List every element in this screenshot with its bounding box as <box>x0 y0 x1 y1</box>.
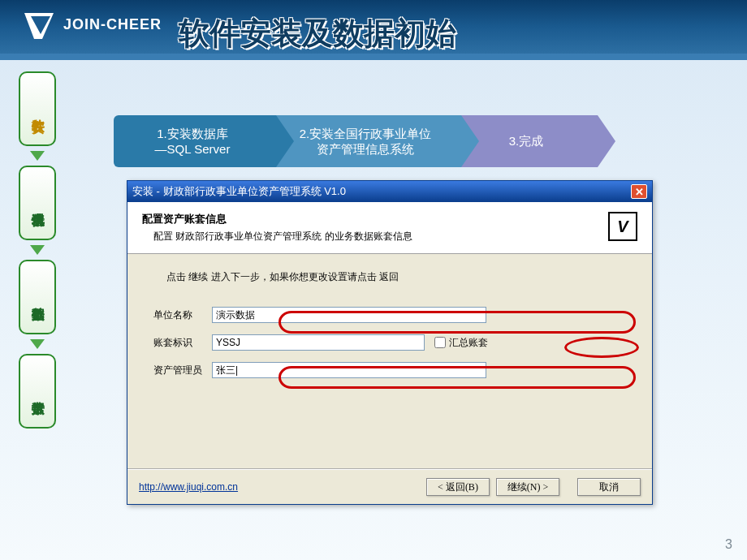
step-2-line2: 资产管理信息系统 <box>294 141 437 157</box>
header: JOIN-CHEER 软件安装及数据初始 <box>0 0 747 60</box>
brand-text: JOIN-CHEER <box>63 16 162 33</box>
step-2-line1: 2.安装全国行政事业单位 <box>294 126 437 142</box>
step-1-line2: —SQL Server <box>133 141 252 157</box>
window-title-text: 安装 - 财政部行政事业单位资产管理系统 V1.0 <box>132 184 346 199</box>
close-button[interactable]: ✕ <box>631 184 647 199</box>
close-icon: ✕ <box>635 186 644 198</box>
sidebar-item-install[interactable]: 软件安装 <box>19 71 56 146</box>
window-titlebar[interactable]: 安装 - 财政部行政事业单位资产管理系统 V1.0 ✕ <box>127 181 652 202</box>
section-subtitle: 配置 财政部行政事业单位资产管理系统 的业务数据账套信息 <box>142 230 412 243</box>
arrow-down-icon <box>30 339 45 349</box>
step-1-line1: 1.安装数据库 <box>133 126 252 142</box>
asset-admin-label: 资产管理员 <box>153 364 212 377</box>
sidebar-item-carddata[interactable]: 卡片数据 <box>19 354 56 429</box>
org-name-input[interactable] <box>212 307 486 323</box>
setup-icon: V <box>608 212 637 241</box>
account-code-label: 账套标识 <box>153 336 212 350</box>
step-3-label: 3.完成 <box>479 133 573 149</box>
arrow-down-icon <box>30 151 45 161</box>
process-steps: 1.安装数据库 —SQL Server 2.安装全国行政事业单位 资产管理信息系… <box>114 115 598 167</box>
brand-mark-icon <box>19 5 58 44</box>
row-account-code: 账套标识 汇总账套 <box>153 334 626 351</box>
row-org-name: 单位名称 <box>153 307 626 323</box>
cancel-button[interactable]: 取消 <box>577 478 641 496</box>
chevron-right-icon <box>461 115 479 167</box>
page-number: 3 <box>725 537 732 552</box>
arrow-down-icon <box>30 245 45 255</box>
page-title: 软件安装及数据初始 <box>179 13 456 54</box>
account-code-input[interactable] <box>212 334 425 351</box>
chevron-right-icon <box>276 115 294 167</box>
back-button[interactable]: < 返回(B) <box>426 478 490 496</box>
sidebar-item-org[interactable]: 单位情况表 <box>19 166 56 240</box>
setup-body: 点击 继续 进入下一步，如果你想更改设置请点击 返回 单位名称 账套标识 汇总账… <box>127 254 652 398</box>
vendor-link[interactable]: http://www.jiuqi.com.cn <box>139 481 238 493</box>
next-button[interactable]: 继续(N) > <box>496 478 559 496</box>
sidebar: 软件安装 单位情况表 基础数据 卡片数据 <box>15 71 60 433</box>
sidebar-item-basedata[interactable]: 基础数据 <box>19 260 56 334</box>
row-asset-admin: 资产管理员 <box>153 362 626 378</box>
asset-admin-input[interactable] <box>212 362 486 378</box>
step-1: 1.安装数据库 —SQL Server <box>114 115 276 167</box>
org-name-label: 单位名称 <box>153 308 212 322</box>
installer-window: 安装 - 财政部行政事业单位资产管理系统 V1.0 ✕ 配置资产账套信息 配置 … <box>127 180 653 505</box>
chevron-right-icon <box>598 115 615 167</box>
window-footer: http://www.jiuqi.com.cn < 返回(B) 继续(N) > … <box>127 468 652 504</box>
section-title: 配置资产账套信息 <box>142 212 412 226</box>
summary-checkbox[interactable] <box>434 337 446 348</box>
setup-header: 配置资产账套信息 配置 财政部行政事业单位资产管理系统 的业务数据账套信息 V <box>127 202 652 254</box>
hint-text: 点击 继续 进入下一步，如果你想更改设置请点击 返回 <box>153 270 626 284</box>
summary-checkbox-wrap[interactable]: 汇总账套 <box>434 336 488 350</box>
summary-label: 汇总账套 <box>449 336 488 350</box>
brand-logo: JOIN-CHEER <box>19 5 162 44</box>
